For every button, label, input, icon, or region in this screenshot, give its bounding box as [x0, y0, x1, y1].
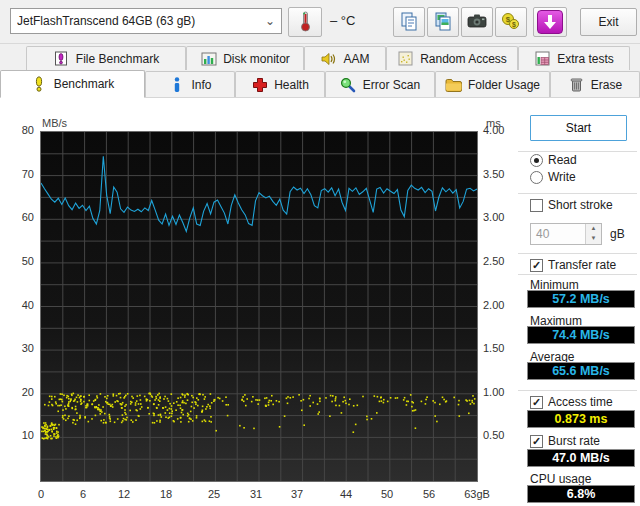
short-stroke-size: 40 ▲▼ gB [530, 223, 625, 245]
x-tick: 6 [70, 488, 96, 500]
plot-area [40, 131, 478, 482]
coins-icon: $ $ [500, 11, 522, 34]
spinner-value: 40 [531, 227, 585, 241]
download-arrow-icon [537, 10, 563, 34]
benchmark-icon [31, 76, 48, 92]
spinner-up-icon[interactable]: ▲ [586, 224, 601, 234]
tab-label: Benchmark [54, 77, 115, 91]
tab-error-scan[interactable]: Error Scan [325, 71, 435, 97]
checkbox-icon [530, 435, 543, 448]
plot-svg [41, 132, 477, 481]
x-tick: 25 [201, 488, 227, 500]
info-icon [168, 77, 185, 93]
trash-icon [568, 77, 585, 93]
write-radio[interactable]: Write [530, 170, 576, 184]
y-left-tick: 80 [0, 124, 34, 136]
y-left-tick: 10 [0, 429, 34, 441]
cpu-usage-value: 6.8% [527, 485, 635, 503]
copy-text-button[interactable] [393, 7, 425, 37]
tab-benchmark[interactable]: Benchmark [0, 70, 145, 98]
tab-label: Erase [591, 78, 622, 92]
y-right-tick: 4.00 [483, 124, 504, 136]
tab-label: Info [191, 78, 211, 92]
magnifier-icon [340, 77, 357, 93]
spinner-arrows[interactable]: ▲▼ [585, 224, 601, 244]
x-tick: 50 [374, 488, 400, 500]
tab-info[interactable]: Info [145, 71, 235, 97]
x-tick: 56 [416, 488, 442, 500]
y-right-tick: 2.50 [483, 255, 504, 267]
tab-label: AAM [343, 52, 369, 66]
transfer-rate-checkbox[interactable]: Transfer rate [530, 258, 616, 272]
x-tick: 44 [333, 488, 359, 500]
y-right-tick: 3.00 [483, 211, 504, 223]
health-cross-icon [251, 77, 268, 93]
extra-tests-icon [534, 51, 551, 67]
copy-image-icon [433, 11, 453, 34]
burst-rate-checkbox[interactable]: Burst rate [530, 434, 600, 448]
y-right-tick: 0.50 [483, 429, 504, 441]
tab-label: Random Access [420, 52, 507, 66]
update-button[interactable] [533, 7, 567, 37]
tab-strip: File Benchmark Disk monitor [0, 44, 640, 98]
y-left-tick: 70 [0, 168, 34, 180]
device-dropdown[interactable]: JetFlashTranscend 64GB (63 gB) ⌄ [10, 8, 282, 34]
temperature-button[interactable] [288, 7, 322, 37]
tab-erase[interactable]: Erase [550, 71, 640, 97]
tab-random-access[interactable]: Random Access [386, 46, 518, 70]
screenshot-button[interactable] [461, 7, 493, 37]
tab-disk-monitor[interactable]: Disk monitor [186, 46, 304, 70]
access-time-label: Access time [548, 395, 613, 409]
tab-extra-tests[interactable]: Extra tests [518, 46, 630, 70]
checkbox-icon [530, 259, 543, 272]
random-access-icon [397, 51, 414, 67]
disk-monitor-icon [200, 51, 217, 67]
tab-folder-usage[interactable]: Folder Usage [435, 71, 550, 97]
burst-rate-value: 47.0 MB/s [527, 449, 635, 467]
tab-file-benchmark[interactable]: File Benchmark [26, 46, 186, 70]
donate-button[interactable]: $ $ [495, 7, 527, 37]
short-stroke-label: Short stroke [548, 198, 613, 212]
y-right-tick: 3.50 [483, 168, 504, 180]
y-left-tick: 40 [0, 299, 34, 311]
exit-button[interactable]: Exit [580, 8, 637, 36]
transfer-rate-label: Transfer rate [548, 258, 616, 272]
thermometer-icon [300, 10, 311, 35]
write-radio-label: Write [548, 170, 576, 184]
tab-aam[interactable]: AAM [304, 46, 386, 70]
control-panel: Start Read Write Short stroke 40 ▲▼ gB T… [515, 98, 640, 506]
tab-health[interactable]: Health [235, 71, 325, 97]
x-tick: 31 [243, 488, 269, 500]
access-time-checkbox[interactable]: Access time [530, 395, 613, 409]
x-tick: 0 [28, 488, 54, 500]
short-stroke-checkbox[interactable]: Short stroke [530, 198, 613, 212]
toolbar: JetFlashTranscend 64GB (63 gB) ⌄ – °C [0, 0, 640, 44]
read-radio[interactable]: Read [530, 153, 577, 167]
short-stroke-unit: gB [610, 227, 625, 241]
checkbox-icon [530, 396, 543, 409]
tab-label: Extra tests [557, 52, 614, 66]
burst-rate-label: Burst rate [548, 434, 600, 448]
file-benchmark-icon [53, 51, 70, 67]
short-stroke-spinner[interactable]: 40 ▲▼ [530, 223, 602, 245]
camera-icon [466, 12, 488, 33]
minimum-value: 57.2 MB/s [527, 290, 635, 308]
svg-text:$: $ [512, 20, 516, 28]
x-tick: 63gB [464, 488, 490, 500]
spinner-down-icon[interactable]: ▼ [586, 234, 601, 244]
maximum-value: 74.4 MB/s [527, 326, 635, 344]
y-left-tick: 50 [0, 255, 34, 267]
y-right-tick: 1.50 [483, 342, 504, 354]
temperature-value: – °C [330, 13, 355, 28]
chevron-down-icon: ⌄ [265, 14, 275, 28]
average-value: 65.6 MB/s [527, 362, 635, 380]
benchmark-chart: MB/s ms 80706050403020104.003.503.002.50… [0, 98, 515, 506]
tab-label: Error Scan [363, 78, 420, 92]
start-button[interactable]: Start [530, 115, 627, 141]
tab-label: Disk monitor [223, 52, 290, 66]
radio-icon [530, 154, 543, 167]
device-dropdown-value: JetFlashTranscend 64GB (63 gB) [17, 14, 261, 28]
cpu-usage-label: CPU usage [530, 472, 591, 486]
copy-image-button[interactable] [427, 7, 459, 37]
x-tick: 37 [284, 488, 310, 500]
